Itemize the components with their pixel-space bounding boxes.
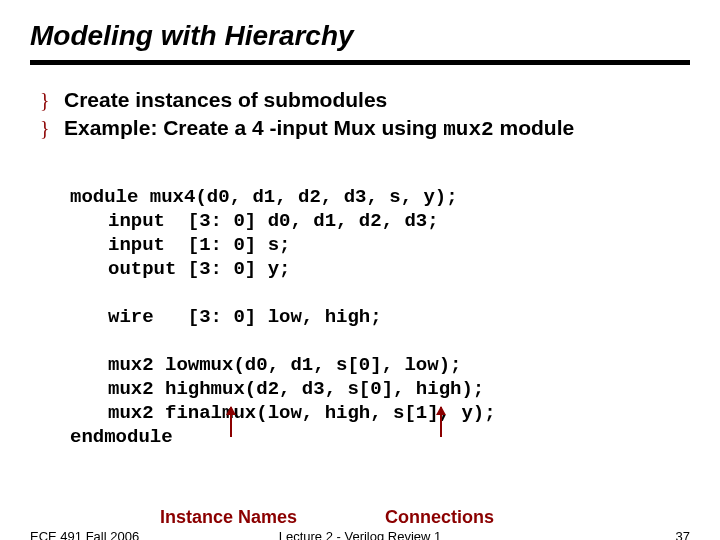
code-line: mux2 lowmux(d0, d1, s[0], low);	[70, 353, 690, 377]
bullet-icon: }	[40, 115, 64, 141]
code-line: mux2 highmux(d2, d3, s[0], high);	[70, 377, 690, 401]
title-rule	[30, 60, 690, 65]
bullet-text-post: module	[494, 116, 575, 139]
code-line: output [3: 0] y;	[70, 257, 690, 281]
footer-left: ECE 491 Fall 2006	[30, 529, 139, 540]
bullet-icon: }	[40, 87, 64, 113]
bullet-text: Create instances of submodules	[64, 87, 387, 113]
code-line: wire [3: 0] low, high;	[70, 305, 690, 329]
bullet-text-pre: Example: Create a 4 -input Mux using	[64, 116, 443, 139]
bullet-item: } Example: Create a 4 -input Mux using m…	[40, 115, 690, 143]
connections-label: Connections	[385, 507, 494, 528]
code-line: module mux4(d0, d1, d2, d3, s, y);	[70, 186, 458, 208]
code-line: mux2 finalmux(low, high, s[1], y);	[70, 401, 690, 425]
bullet-text-mono: mux2	[443, 118, 493, 141]
footer-right: 37	[676, 529, 690, 540]
code-line: input [1: 0] s;	[70, 233, 690, 257]
bullet-item: } Create instances of submodules	[40, 87, 690, 113]
bullet-text: Example: Create a 4 -input Mux using mux…	[64, 115, 574, 143]
code-line: endmodule	[70, 426, 173, 448]
code-line: input [3: 0] d0, d1, d2, d3;	[70, 209, 690, 233]
code-block: module mux4(d0, d1, d2, d3, s, y); input…	[70, 161, 690, 497]
bullet-list: } Create instances of submodules } Examp…	[40, 87, 690, 143]
instance-names-label: Instance Names	[160, 507, 297, 528]
slide-footer: ECE 491 Fall 2006 Lecture 2 - Verilog Re…	[30, 529, 690, 540]
slide-title: Modeling with Hierarchy	[30, 20, 690, 52]
